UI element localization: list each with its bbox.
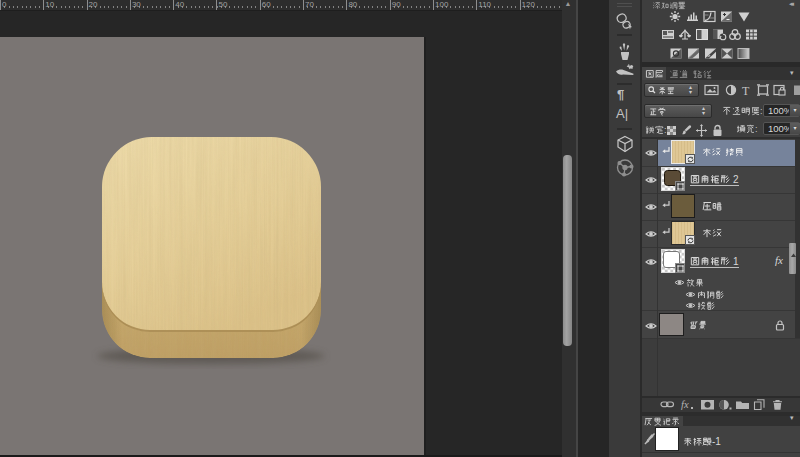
- svg-text:T: T: [742, 84, 750, 98]
- svg-text:fx: fx: [681, 399, 689, 410]
